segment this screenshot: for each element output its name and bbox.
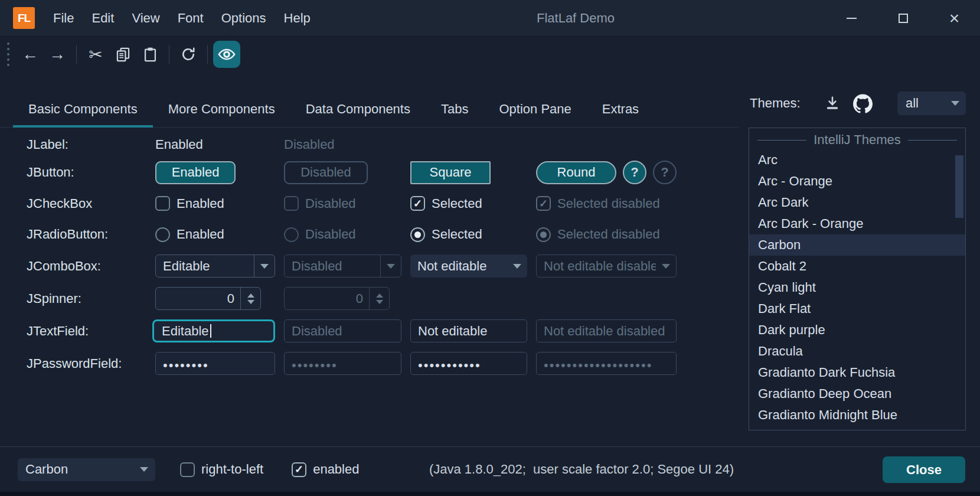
menu-item[interactable]: Options — [213, 0, 275, 36]
window-bottom-edge — [0, 492, 980, 496]
theme-list-item[interactable]: Carbon — [749, 234, 965, 256]
chevron-down-icon — [140, 467, 148, 472]
titlebar: FL FileEditViewFontOptionsHelp FlatLaf D… — [0, 0, 980, 37]
toolbar: ← → ✂ — [0, 37, 240, 72]
toolbar-separator — [76, 45, 77, 64]
text-caret — [210, 324, 211, 338]
menu-item[interactable]: Edit — [83, 0, 123, 36]
window-controls: × — [826, 0, 980, 36]
combobox-editable[interactable]: Editable — [155, 254, 275, 278]
jtextfield-row-label: JTextField: — [27, 315, 146, 347]
textfield-editable[interactable]: Editable — [152, 319, 275, 342]
refresh-button[interactable] — [175, 41, 202, 68]
radio-selected[interactable] — [410, 227, 425, 242]
forward-button[interactable]: → — [44, 41, 71, 68]
theme-list-item[interactable]: Dracula — [749, 341, 965, 362]
spinner-up-icon[interactable] — [247, 293, 254, 298]
theme-list-item[interactable]: Dark purple — [749, 319, 965, 341]
tab[interactable]: Extras — [587, 93, 654, 128]
back-button[interactable]: ← — [17, 41, 44, 68]
themes-list: IntelliJ Themes ArcArc - OrangeArc DarkA… — [749, 128, 966, 430]
download-themes-button[interactable] — [821, 92, 844, 115]
themes-header: Themes: all — [750, 90, 966, 116]
checkbox-enabled[interactable] — [155, 196, 170, 211]
right-to-left-checkbox[interactable]: right-to-left — [180, 462, 263, 477]
tab[interactable]: Basic Components — [13, 93, 153, 128]
radio-enabled[interactable] — [155, 227, 170, 242]
theme-list-item[interactable]: Gradianto Dark Fuchsia — [749, 362, 965, 383]
forward-arrow-icon: → — [49, 45, 66, 64]
chevron-down-icon — [387, 264, 395, 269]
menu-item[interactable]: File — [44, 0, 83, 36]
theme-list-item[interactable]: Cyan light — [749, 277, 965, 298]
spinner-down-icon[interactable] — [247, 300, 254, 304]
spinner-disabled: 0 — [284, 287, 390, 310]
menubar: FileEditViewFontOptionsHelp — [44, 0, 319, 36]
bottombar: Carbon right-to-left ✓ enabled (Java 1.8… — [0, 446, 980, 492]
jcombobox-row-label: JComboBox: — [27, 250, 146, 282]
close-button[interactable]: Close — [883, 456, 965, 483]
theme-list-item[interactable]: Arc - Orange — [749, 171, 965, 192]
maximize-button[interactable] — [877, 0, 929, 36]
chevron-down-icon — [662, 264, 670, 269]
textfield-not-editable[interactable]: Not editable — [410, 319, 527, 342]
spinner-down-icon — [376, 300, 383, 304]
passwordfield-enabled[interactable]: •••••••• — [155, 352, 275, 375]
jpasswordfield-row-label: JPasswordField: — [27, 347, 146, 380]
menu-item[interactable]: Font — [169, 0, 213, 36]
passwordfield-disabled: •••••••• — [284, 352, 401, 375]
theme-list-item[interactable]: Gradianto Midnight Blue — [749, 404, 965, 426]
help-button[interactable]: ? — [623, 161, 646, 184]
jlabel-row-label: JLabel: — [27, 132, 146, 157]
help-button-disabled: ? — [653, 161, 677, 184]
combobox-not-editable[interactable]: Not editable — [410, 254, 527, 278]
theme-list-item[interactable]: Arc — [749, 149, 965, 171]
toolbar-separator — [207, 45, 208, 64]
menu-item[interactable]: Help — [275, 0, 319, 36]
lookandfeel-combobox[interactable]: Carbon — [18, 458, 155, 481]
maximize-icon — [899, 14, 908, 23]
tab[interactable]: Tabs — [426, 93, 484, 128]
tab[interactable]: Option Pane — [484, 93, 586, 128]
combobox-disabled: Disabled — [284, 254, 401, 278]
theme-filter-combobox[interactable]: all — [897, 92, 966, 115]
basic-components-panel: JLabel: Enabled Disabled JButton: Enable… — [27, 132, 677, 380]
tab[interactable]: More Components — [153, 93, 290, 128]
back-arrow-icon: ← — [22, 45, 38, 64]
close-window-button[interactable]: × — [929, 0, 980, 36]
close-icon: × — [949, 9, 960, 27]
spinner-enabled[interactable]: 0 — [155, 287, 261, 310]
download-icon — [824, 95, 841, 112]
checkbox-selected[interactable]: ✓ — [410, 196, 425, 211]
checkbox-checked: ✓ — [292, 462, 306, 477]
disabled-button: Disabled — [284, 161, 368, 184]
toolbar-separator — [169, 45, 169, 64]
radio-disabled — [284, 227, 299, 242]
menu-item[interactable]: View — [123, 0, 168, 36]
github-link-button[interactable] — [851, 92, 875, 115]
passwordfield-not-editable[interactable]: ••••••••••• — [410, 352, 527, 375]
minimize-button[interactable] — [826, 0, 877, 36]
theme-list-item[interactable]: Dark Flat — [749, 298, 965, 319]
jbutton-row-label: JButton: — [27, 157, 146, 188]
enabled-checkbox[interactable]: ✓ enabled — [292, 462, 359, 477]
copy-button[interactable] — [109, 41, 136, 68]
toolbar-grip-handle[interactable] — [7, 43, 9, 66]
spinner-up-icon — [376, 293, 383, 298]
jlabel-enabled: Enabled — [155, 137, 203, 152]
theme-list-item[interactable]: Arc Dark — [749, 192, 965, 213]
square-button[interactable]: Square — [410, 161, 491, 184]
checkbox-unchecked — [180, 462, 195, 477]
window-title: FlatLaf Demo — [537, 11, 615, 26]
show-hide-toggle-button[interactable] — [213, 41, 240, 68]
combobox-not-editable-disabled: Not editable disabled — [536, 254, 677, 278]
tab[interactable]: Data Components — [290, 93, 426, 128]
theme-list-item[interactable]: Arc Dark - Orange — [749, 213, 965, 234]
theme-list-item[interactable]: Cobalt 2 — [749, 256, 965, 277]
theme-list-item[interactable]: Gradianto Deep Ocean — [749, 383, 965, 404]
round-button[interactable]: Round — [536, 161, 616, 184]
enabled-button[interactable]: Enabled — [155, 161, 236, 184]
cut-button[interactable]: ✂ — [82, 41, 109, 68]
themes-scrollbar-thumb[interactable] — [955, 155, 963, 218]
paste-button[interactable] — [136, 41, 164, 68]
